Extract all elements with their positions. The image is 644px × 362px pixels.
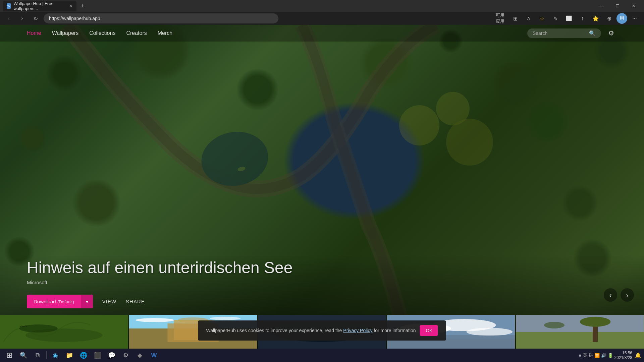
svg-point-2 (399, 105, 439, 145)
nav-wallpapers[interactable]: Wallpapers (52, 30, 78, 36)
privacy-policy-link[interactable]: Privacy Policy (343, 328, 372, 333)
close-button[interactable]: ✕ (626, 0, 641, 12)
split-button[interactable]: ⊞ (509, 12, 521, 24)
taskbar-explorer[interactable]: 📁 (63, 349, 76, 362)
cookie-text: WallpaperHub uses cookies to improve you… (206, 328, 416, 333)
notification-icon[interactable]: 🔔 (635, 352, 641, 358)
browser-tools: 可用应用 ⊞ A ☆ ✎ ⬜ ↑ ⭐ ⊕ 用 ··· (496, 12, 641, 24)
hero-content: Hinweis auf einen unterirdischen See Mic… (27, 259, 292, 308)
search-input[interactable] (533, 31, 586, 36)
update-button[interactable]: ↑ (576, 12, 588, 24)
lang-pinyin[interactable]: 拼 (589, 352, 593, 358)
thumbnail-1[interactable] (0, 315, 128, 349)
hero-title: Hinweis auf einen unterirdischen See (27, 259, 292, 277)
collections-button[interactable]: ⊕ (603, 12, 615, 24)
refresh-button[interactable]: ↻ (30, 13, 41, 24)
address-bar: ‹ › ↻ 可用应用 ⊞ A ☆ ✎ ⬜ ↑ ⭐ ⊕ 用 ··· (0, 12, 644, 25)
svg-point-28 (544, 322, 565, 328)
wifi-icon[interactable]: 🛜 (594, 353, 600, 358)
favorites-button[interactable]: ⭐ (590, 12, 602, 24)
thumbnail-5[interactable] (516, 315, 644, 349)
tray-expand-icon[interactable]: ∧ (578, 353, 582, 358)
download-arrow-button[interactable]: ▾ (81, 295, 93, 308)
carousel-prev-button[interactable]: ‹ (604, 288, 617, 302)
download-button[interactable]: Download (Default) ▾ (27, 295, 93, 308)
window-controls: — ❐ ✕ (594, 0, 641, 12)
task-view-button[interactable]: ⧉ (31, 349, 44, 362)
tab-close-button[interactable]: ✕ (69, 4, 72, 8)
taskbar-edge2[interactable]: 🌐 (77, 349, 90, 362)
maximize-button[interactable]: ❐ (610, 0, 625, 12)
battery-icon[interactable]: 🔋 (608, 353, 613, 358)
svg-point-14 (210, 317, 240, 320)
hero-author: Microsoft (27, 280, 292, 285)
volume-icon[interactable]: 🔊 (601, 353, 606, 358)
nav-creators[interactable]: Creators (126, 30, 147, 36)
apps-button[interactable]: 可用应用 (496, 12, 508, 24)
svg-rect-24 (516, 315, 644, 332)
svg-point-4 (446, 119, 493, 166)
active-tab[interactable]: W WallpaperHub | Free wallpapers... ✕ (3, 1, 76, 11)
cookie-ok-button[interactable]: Ok (420, 325, 438, 336)
profile-avatar[interactable]: 用 (616, 13, 627, 24)
taskbar-wechat[interactable]: 💬 (105, 349, 118, 362)
tab-bar: W WallpaperHub | Free wallpapers... ✕ + … (0, 0, 644, 12)
taskbar: ⊞ 🔍 ⧉ ◉ 📁 🌐 ⬛ 💬 ⚙ ◆ W ∧ 英 拼 🛜 🔊 🔋 15:56 … (0, 349, 644, 362)
taskbar-word[interactable]: W (147, 349, 161, 362)
share-button[interactable]: SHARE (126, 299, 145, 304)
taskbar-settings[interactable]: ⚙ (119, 349, 132, 362)
minimize-button[interactable]: — (594, 0, 609, 12)
svg-rect-25 (516, 332, 644, 349)
settings-icon[interactable]: ⚙ (605, 27, 617, 39)
hero-actions: Download (Default) ▾ VIEW SHARE (27, 295, 292, 308)
taskbar-file[interactable]: ◆ (133, 349, 147, 362)
taskbar-right: ∧ 英 拼 🛜 🔊 🔋 15:56 2021/8/28 🔔 (578, 351, 641, 360)
forward-button[interactable]: › (17, 13, 28, 24)
browser-chrome: W WallpaperHub | Free wallpapers... ✕ + … (0, 0, 644, 25)
thumb5-image (516, 315, 644, 349)
svg-point-13 (136, 318, 174, 322)
nav-right: 🔍 ⚙ (527, 27, 617, 39)
tab-title: WallpaperHub | Free wallpapers... (13, 1, 64, 11)
website-content: Home Wallpapers Collections Creators Mer… (0, 25, 644, 349)
start-button[interactable]: ⊞ (3, 349, 16, 362)
taskbar-terminal[interactable]: ⬛ (91, 349, 104, 362)
more-button[interactable]: ··· (629, 12, 641, 24)
carousel-next-button[interactable]: › (621, 288, 634, 302)
nav-collections[interactable]: Collections (89, 30, 115, 36)
pen-button[interactable]: ✎ (549, 12, 561, 24)
lang-chinese[interactable]: 英 (583, 352, 587, 358)
taskbar-divider-1 (46, 351, 47, 359)
svg-point-21 (466, 328, 512, 336)
new-tab-button[interactable]: + (78, 1, 87, 11)
taskbar-edge[interactable]: ◉ (49, 349, 62, 362)
tab-favicon: W (7, 3, 11, 9)
screenshot-button[interactable]: ⬜ (563, 12, 575, 24)
nav-merch[interactable]: Merch (158, 30, 172, 36)
cookie-banner: WallpaperHub uses cookies to improve you… (198, 320, 446, 341)
taskbar-clock[interactable]: 15:56 2021/8/28 (614, 351, 632, 360)
search-area: 🔍 (527, 28, 601, 38)
favorites-star[interactable]: ☆ (536, 12, 548, 24)
nav-home[interactable]: Home (27, 30, 41, 36)
back-button[interactable]: ‹ (3, 13, 14, 24)
download-label: Download (Default) (27, 295, 81, 308)
thumb1-image (0, 315, 128, 349)
view-button[interactable]: VIEW (102, 299, 116, 304)
nav-links: Home Wallpapers Collections Creators Mer… (27, 30, 172, 36)
url-input[interactable] (44, 13, 278, 23)
search-icon[interactable]: 🔍 (589, 30, 596, 37)
site-nav: Home Wallpapers Collections Creators Mer… (0, 25, 644, 42)
translate-button[interactable]: A (523, 12, 535, 24)
svg-point-27 (580, 317, 611, 327)
taskbar-search-button[interactable]: 🔍 (17, 349, 30, 362)
